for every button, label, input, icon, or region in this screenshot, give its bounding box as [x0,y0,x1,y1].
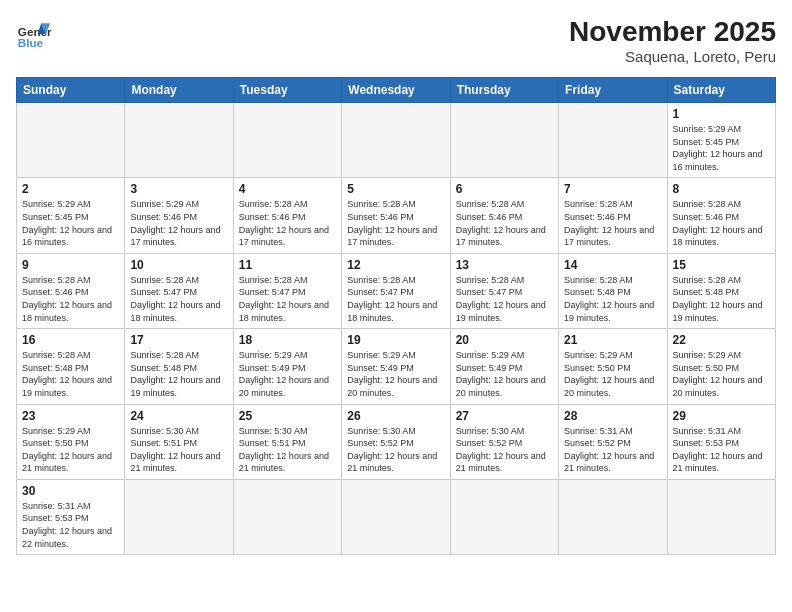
calendar-cell [342,103,450,178]
day-info: Sunrise: 5:28 AMSunset: 5:47 PMDaylight:… [456,274,553,324]
calendar-cell: 27Sunrise: 5:30 AMSunset: 5:52 PMDayligh… [450,404,558,479]
day-info: Sunrise: 5:29 AMSunset: 5:49 PMDaylight:… [239,349,336,399]
day-info: Sunrise: 5:28 AMSunset: 5:47 PMDaylight:… [347,274,444,324]
page-title: November 2025 [569,16,776,48]
calendar-cell: 20Sunrise: 5:29 AMSunset: 5:49 PMDayligh… [450,329,558,404]
calendar-week-5: 30Sunrise: 5:31 AMSunset: 5:53 PMDayligh… [17,479,776,554]
col-header-tuesday: Tuesday [233,78,341,103]
calendar-cell: 1Sunrise: 5:29 AMSunset: 5:45 PMDaylight… [667,103,775,178]
day-number: 25 [239,409,336,423]
day-number: 8 [673,182,770,196]
calendar-cell [559,479,667,554]
day-info: Sunrise: 5:30 AMSunset: 5:51 PMDaylight:… [130,425,227,475]
day-number: 24 [130,409,227,423]
calendar-cell: 14Sunrise: 5:28 AMSunset: 5:48 PMDayligh… [559,253,667,328]
calendar-cell: 15Sunrise: 5:28 AMSunset: 5:48 PMDayligh… [667,253,775,328]
day-number: 5 [347,182,444,196]
logo: General Blue [16,16,52,52]
day-info: Sunrise: 5:29 AMSunset: 5:50 PMDaylight:… [673,349,770,399]
calendar-cell: 10Sunrise: 5:28 AMSunset: 5:47 PMDayligh… [125,253,233,328]
day-info: Sunrise: 5:29 AMSunset: 5:50 PMDaylight:… [22,425,119,475]
calendar-cell: 30Sunrise: 5:31 AMSunset: 5:53 PMDayligh… [17,479,125,554]
day-info: Sunrise: 5:31 AMSunset: 5:53 PMDaylight:… [673,425,770,475]
calendar-cell: 26Sunrise: 5:30 AMSunset: 5:52 PMDayligh… [342,404,450,479]
day-number: 7 [564,182,661,196]
calendar-cell: 6Sunrise: 5:28 AMSunset: 5:46 PMDaylight… [450,178,558,253]
calendar-cell: 7Sunrise: 5:28 AMSunset: 5:46 PMDaylight… [559,178,667,253]
day-number: 12 [347,258,444,272]
calendar-cell: 13Sunrise: 5:28 AMSunset: 5:47 PMDayligh… [450,253,558,328]
calendar-cell [125,103,233,178]
day-info: Sunrise: 5:30 AMSunset: 5:52 PMDaylight:… [456,425,553,475]
day-number: 4 [239,182,336,196]
day-number: 11 [239,258,336,272]
day-info: Sunrise: 5:31 AMSunset: 5:53 PMDaylight:… [22,500,119,550]
calendar-cell [450,479,558,554]
day-info: Sunrise: 5:28 AMSunset: 5:46 PMDaylight:… [456,198,553,248]
calendar-cell: 4Sunrise: 5:28 AMSunset: 5:46 PMDaylight… [233,178,341,253]
calendar-week-0: 1Sunrise: 5:29 AMSunset: 5:45 PMDaylight… [17,103,776,178]
day-number: 23 [22,409,119,423]
day-info: Sunrise: 5:30 AMSunset: 5:52 PMDaylight:… [347,425,444,475]
col-header-saturday: Saturday [667,78,775,103]
col-header-friday: Friday [559,78,667,103]
day-number: 9 [22,258,119,272]
day-info: Sunrise: 5:29 AMSunset: 5:49 PMDaylight:… [347,349,444,399]
day-info: Sunrise: 5:28 AMSunset: 5:47 PMDaylight:… [239,274,336,324]
calendar-cell: 22Sunrise: 5:29 AMSunset: 5:50 PMDayligh… [667,329,775,404]
day-number: 18 [239,333,336,347]
calendar-cell: 18Sunrise: 5:29 AMSunset: 5:49 PMDayligh… [233,329,341,404]
day-number: 27 [456,409,553,423]
calendar-week-1: 2Sunrise: 5:29 AMSunset: 5:45 PMDaylight… [17,178,776,253]
calendar-week-3: 16Sunrise: 5:28 AMSunset: 5:48 PMDayligh… [17,329,776,404]
day-info: Sunrise: 5:28 AMSunset: 5:48 PMDaylight:… [564,274,661,324]
calendar-cell: 24Sunrise: 5:30 AMSunset: 5:51 PMDayligh… [125,404,233,479]
calendar-cell: 5Sunrise: 5:28 AMSunset: 5:46 PMDaylight… [342,178,450,253]
day-number: 2 [22,182,119,196]
day-info: Sunrise: 5:29 AMSunset: 5:50 PMDaylight:… [564,349,661,399]
calendar-cell [17,103,125,178]
day-number: 14 [564,258,661,272]
calendar-week-2: 9Sunrise: 5:28 AMSunset: 5:46 PMDaylight… [17,253,776,328]
day-number: 20 [456,333,553,347]
day-number: 13 [456,258,553,272]
calendar-cell [233,103,341,178]
col-header-sunday: Sunday [17,78,125,103]
day-info: Sunrise: 5:30 AMSunset: 5:51 PMDaylight:… [239,425,336,475]
day-number: 17 [130,333,227,347]
day-info: Sunrise: 5:28 AMSunset: 5:46 PMDaylight:… [673,198,770,248]
day-info: Sunrise: 5:29 AMSunset: 5:45 PMDaylight:… [22,198,119,248]
calendar-cell [450,103,558,178]
day-info: Sunrise: 5:28 AMSunset: 5:48 PMDaylight:… [673,274,770,324]
day-number: 6 [456,182,553,196]
day-info: Sunrise: 5:28 AMSunset: 5:46 PMDaylight:… [22,274,119,324]
calendar-cell: 19Sunrise: 5:29 AMSunset: 5:49 PMDayligh… [342,329,450,404]
calendar-cell: 8Sunrise: 5:28 AMSunset: 5:46 PMDaylight… [667,178,775,253]
day-info: Sunrise: 5:28 AMSunset: 5:46 PMDaylight:… [564,198,661,248]
calendar-cell: 9Sunrise: 5:28 AMSunset: 5:46 PMDaylight… [17,253,125,328]
day-info: Sunrise: 5:28 AMSunset: 5:48 PMDaylight:… [22,349,119,399]
calendar-cell: 11Sunrise: 5:28 AMSunset: 5:47 PMDayligh… [233,253,341,328]
day-info: Sunrise: 5:29 AMSunset: 5:49 PMDaylight:… [456,349,553,399]
day-number: 28 [564,409,661,423]
col-header-monday: Monday [125,78,233,103]
day-number: 21 [564,333,661,347]
calendar-week-4: 23Sunrise: 5:29 AMSunset: 5:50 PMDayligh… [17,404,776,479]
calendar-cell [125,479,233,554]
calendar-cell: 28Sunrise: 5:31 AMSunset: 5:52 PMDayligh… [559,404,667,479]
day-number: 15 [673,258,770,272]
day-info: Sunrise: 5:31 AMSunset: 5:52 PMDaylight:… [564,425,661,475]
day-info: Sunrise: 5:28 AMSunset: 5:46 PMDaylight:… [239,198,336,248]
day-number: 26 [347,409,444,423]
col-header-thursday: Thursday [450,78,558,103]
calendar-cell: 16Sunrise: 5:28 AMSunset: 5:48 PMDayligh… [17,329,125,404]
day-info: Sunrise: 5:29 AMSunset: 5:45 PMDaylight:… [673,123,770,173]
calendar-cell [233,479,341,554]
calendar-cell: 25Sunrise: 5:30 AMSunset: 5:51 PMDayligh… [233,404,341,479]
calendar-cell: 17Sunrise: 5:28 AMSunset: 5:48 PMDayligh… [125,329,233,404]
svg-text:Blue: Blue [18,36,44,49]
calendar-cell: 21Sunrise: 5:29 AMSunset: 5:50 PMDayligh… [559,329,667,404]
page-subtitle: Saquena, Loreto, Peru [569,48,776,65]
day-number: 22 [673,333,770,347]
col-header-wednesday: Wednesday [342,78,450,103]
